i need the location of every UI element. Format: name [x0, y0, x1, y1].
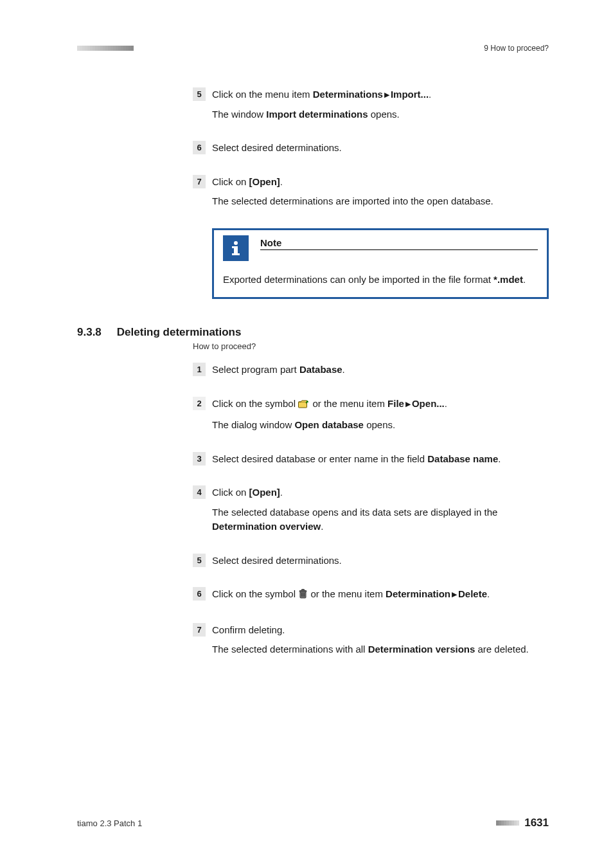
section-title: Deleting determinations	[117, 326, 242, 339]
step-number: 3	[193, 452, 206, 466]
step-number: 1	[193, 363, 206, 376]
svg-rect-4	[299, 402, 307, 408]
step-body: Select program part Database.	[212, 363, 345, 381]
step-number: 6	[193, 587, 206, 601]
step-body: Select desired database or enter name in…	[212, 452, 501, 471]
triangle-icon: ▶	[450, 589, 458, 600]
footer-right: 1631	[496, 817, 549, 829]
step-bold: Determinations	[313, 89, 383, 100]
step: 6Click on the symbol or the menu item De…	[193, 587, 549, 608]
step: 7Confirm deleting.The selected determina…	[193, 623, 549, 661]
header: 9 How to proceed?	[77, 44, 549, 53]
footer-ticks-right	[496, 820, 519, 826]
step-text: Select desired determinations.	[212, 554, 342, 568]
svg-rect-7	[302, 590, 305, 591]
step-bold: Database name	[427, 453, 498, 464]
section-subtitle: How to proceed?	[193, 341, 549, 351]
step-body: Select desired determinations.	[212, 141, 342, 159]
note-bold: *.mdet	[493, 274, 523, 285]
note-body: Exported determinations can only be impo…	[223, 273, 538, 287]
svg-point-0	[234, 241, 238, 245]
step-body: Click on [Open].The selected database op…	[212, 485, 549, 538]
step-bold: Open...	[412, 398, 445, 409]
step: 3Select desired database or enter name i…	[193, 452, 549, 471]
trash-icon	[298, 589, 308, 604]
step: 6Select desired determinations.	[193, 141, 549, 159]
step-bold: Delete	[458, 588, 487, 599]
step-subtext: The window Import determinations opens.	[212, 107, 431, 122]
step: 2Click on the symbol or the menu item Fi…	[193, 397, 549, 437]
step-body: Click on [Open].The selected determinati…	[212, 175, 493, 213]
step-subtext: The dialog window Open database opens.	[212, 418, 447, 433]
step-bold: [Open]	[249, 487, 280, 498]
step: 4Click on [Open].The selected database o…	[193, 485, 549, 538]
header-chapter: 9 How to proceed?	[484, 44, 549, 53]
step-text: Select desired database or enter name in…	[212, 452, 501, 467]
step-body: Confirm deleting.The selected determinat…	[212, 623, 529, 661]
step: 5Click on the menu item Determinations▶I…	[193, 87, 549, 125]
main-content: 5Click on the menu item Determinations▶I…	[77, 87, 549, 661]
step-bold: [Open]	[249, 176, 280, 187]
step-text: Click on [Open].	[212, 485, 549, 500]
step-number: 6	[193, 141, 206, 154]
step-bold: File	[387, 398, 404, 409]
step: 1Select program part Database.	[193, 363, 549, 381]
step-body: Click on the symbol or the menu item Fil…	[212, 397, 447, 437]
step-body: Select desired determinations.	[212, 554, 342, 572]
step-number: 5	[193, 554, 206, 567]
triangle-icon: ▶	[383, 89, 391, 100]
step-bold: Database	[299, 364, 342, 375]
step: 7Click on [Open].The selected determinat…	[193, 175, 549, 213]
page: 9 How to proceed? 5Click on the menu ite…	[0, 0, 613, 868]
note-box: Note Exported determinations can only be…	[212, 228, 549, 300]
info-icon	[223, 235, 249, 261]
step: 5Select desired determinations.	[193, 554, 549, 572]
step-number: 7	[193, 623, 206, 637]
triangle-icon: ▶	[404, 399, 412, 410]
section-number: 9.3.8	[77, 326, 102, 339]
page-number: 1631	[524, 817, 549, 829]
note-title: Note	[260, 237, 538, 250]
step-text: Click on the symbol or the menu item Fil…	[212, 397, 447, 413]
step-text: Select desired determinations.	[212, 141, 342, 156]
step-bold: Determination	[386, 588, 450, 599]
step-sub-bold: Import determinations	[266, 109, 368, 120]
svg-rect-2	[232, 246, 236, 248]
step-number: 5	[193, 87, 206, 101]
step-body: Click on the menu item Determinations▶Im…	[212, 87, 431, 125]
step-bold: Determination versions	[368, 644, 475, 655]
step-number: 2	[193, 397, 206, 410]
step-subtext: The selected database opens and its data…	[212, 505, 549, 534]
note-head: Note	[223, 235, 538, 261]
step-sub-bold: Determination overview	[212, 521, 321, 532]
step-text: Click on [Open].	[212, 175, 493, 190]
step-bold: Import...	[391, 89, 429, 100]
svg-rect-3	[232, 253, 240, 255]
step-body: Click on the symbol or the menu item Det…	[212, 587, 490, 608]
step-subtext: The selected determinations are imported…	[212, 194, 493, 209]
step-text: Confirm deleting.	[212, 623, 529, 638]
step-text: Click on the menu item Determinations▶Im…	[212, 87, 431, 102]
folder-icon	[298, 399, 310, 413]
step-text: Select program part Database.	[212, 363, 345, 377]
step-number: 4	[193, 485, 206, 499]
footer: tiamo 2.3 Patch 1 1631	[77, 817, 549, 829]
header-ticks-left	[77, 46, 134, 51]
step-subtext: The selected determinations with all Det…	[212, 642, 529, 657]
step-text: Click on the symbol or the menu item Det…	[212, 587, 490, 604]
step-sub-bold: Open database	[294, 419, 364, 430]
section-heading: 9.3.8 Deleting determinations	[77, 326, 549, 339]
footer-version: tiamo 2.3 Patch 1	[77, 818, 142, 828]
step-number: 7	[193, 175, 206, 188]
